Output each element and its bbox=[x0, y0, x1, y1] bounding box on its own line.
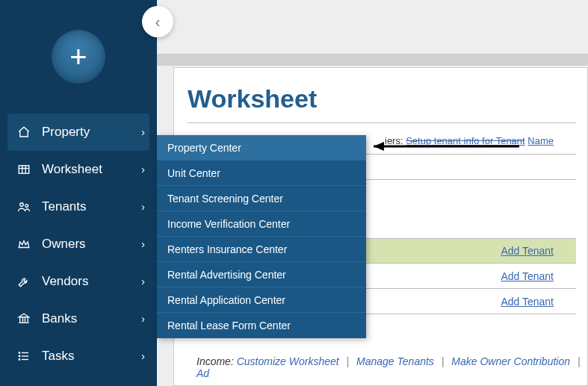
sidebar-item-label: Banks bbox=[42, 311, 141, 326]
property-submenu: Property Center Unit Center Tenant Scree… bbox=[157, 135, 366, 338]
submenu-item-label: Tenant Screening Center bbox=[167, 193, 283, 205]
sidebar-item-banks[interactable]: Banks › bbox=[0, 300, 157, 337]
income-label: Income: bbox=[196, 355, 234, 367]
divider bbox=[188, 122, 576, 123]
users-icon bbox=[15, 200, 33, 214]
sidebar-item-tasks[interactable]: Tasks › bbox=[0, 337, 157, 375]
sidebar-item-label: Property bbox=[42, 125, 141, 140]
svg-point-14 bbox=[19, 352, 20, 354]
svg-point-16 bbox=[19, 359, 20, 361]
chevron-right-icon: › bbox=[141, 313, 145, 325]
list-icon bbox=[15, 349, 33, 363]
income-link-manage-tenants[interactable]: Manage Tenants bbox=[356, 355, 434, 367]
bank-icon bbox=[15, 312, 33, 326]
submenu-item-label: Property Center bbox=[167, 142, 241, 154]
income-link-owner-contribution[interactable]: Make Owner Contribution bbox=[451, 355, 570, 367]
submenu-item-tenant-screening[interactable]: Tenant Screening Center bbox=[157, 186, 366, 211]
submenu-item-label: Income Verification Center bbox=[167, 218, 290, 230]
plus-icon: + bbox=[69, 42, 87, 72]
submenu-item-rental-advertising[interactable]: Rental Advertising Center bbox=[157, 262, 366, 287]
income-link-customize[interactable]: Customize Worksheet bbox=[237, 355, 339, 367]
chevron-right-icon: › bbox=[141, 276, 145, 287]
submenu-item-unit-center[interactable]: Unit Center bbox=[157, 161, 366, 186]
header-greybar bbox=[157, 54, 588, 66]
nav: Property › Worksheet › Tenants › Owners … bbox=[0, 113, 157, 375]
chevron-right-icon: › bbox=[141, 201, 145, 213]
grid-icon bbox=[15, 163, 33, 176]
svg-rect-0 bbox=[19, 166, 29, 174]
collapse-sidebar-button[interactable]: ‹ bbox=[142, 6, 173, 37]
home-icon bbox=[15, 125, 33, 139]
chevron-left-icon: ‹ bbox=[155, 13, 161, 31]
svg-point-5 bbox=[25, 205, 28, 208]
submenu-item-income-verification[interactable]: Income Verification Center bbox=[157, 211, 366, 237]
add-tenant-link[interactable]: Add Tenant bbox=[501, 245, 554, 257]
sidebar-item-label: Vendors bbox=[42, 274, 141, 289]
submenu-item-property-center[interactable]: Property Center bbox=[157, 135, 366, 161]
submenu-item-label: Rental Advertising Center bbox=[167, 269, 286, 281]
svg-point-4 bbox=[20, 203, 24, 207]
crown-icon bbox=[15, 237, 33, 251]
submenu-item-rental-application[interactable]: Rental Application Center bbox=[157, 287, 366, 313]
submenu-item-label: Unit Center bbox=[167, 167, 220, 179]
submenu-item-renters-insurance[interactable]: Renters Insurance Center bbox=[157, 237, 366, 262]
sidebar: + Property › Worksheet › Tenants › bbox=[0, 0, 157, 386]
submenu-item-rental-lease-form[interactable]: Rental Lease Form Center bbox=[157, 313, 366, 338]
sidebar-item-tenants[interactable]: Tenants › bbox=[0, 188, 157, 225]
submenu-item-label: Rental Lease Form Center bbox=[167, 320, 291, 331]
sidebar-item-label: Tasks bbox=[42, 349, 141, 364]
separator: | bbox=[347, 355, 350, 367]
sidebar-item-label: Tenants bbox=[42, 199, 141, 214]
separator: | bbox=[442, 355, 445, 367]
reminder-link-struck[interactable]: Setup tenant info for Tenant bbox=[406, 135, 525, 146]
sidebar-item-owners[interactable]: Owners › bbox=[0, 225, 157, 263]
wrench-icon bbox=[15, 275, 33, 288]
sidebar-item-label: Owners bbox=[42, 237, 141, 252]
reminder-prefix: iers: bbox=[385, 135, 403, 146]
sidebar-item-property[interactable]: Property › bbox=[7, 113, 149, 151]
chevron-right-icon: › bbox=[141, 238, 145, 250]
page-title: Worksheet bbox=[188, 84, 587, 113]
reminder-link-name[interactable]: Name bbox=[527, 135, 554, 146]
chevron-right-icon: › bbox=[141, 126, 145, 138]
income-link-ad[interactable]: Ad bbox=[196, 367, 209, 379]
add-button[interactable]: + bbox=[52, 30, 105, 84]
income-footer: Income: Customize Worksheet | Manage Ten… bbox=[196, 355, 587, 379]
add-tenant-link[interactable]: Add Tenant bbox=[501, 296, 554, 308]
svg-point-15 bbox=[19, 355, 20, 357]
submenu-item-label: Renters Insurance Center bbox=[167, 243, 287, 255]
submenu-item-label: Rental Application Center bbox=[167, 294, 285, 306]
separator: | bbox=[578, 355, 581, 367]
add-tenant-link[interactable]: Add Tenant bbox=[501, 270, 554, 282]
sidebar-item-vendors[interactable]: Vendors › bbox=[0, 263, 157, 300]
chevron-right-icon: › bbox=[141, 164, 145, 175]
sidebar-item-label: Worksheet bbox=[42, 162, 141, 177]
chevron-right-icon: › bbox=[141, 350, 145, 362]
sidebar-item-worksheet[interactable]: Worksheet › bbox=[0, 151, 157, 188]
